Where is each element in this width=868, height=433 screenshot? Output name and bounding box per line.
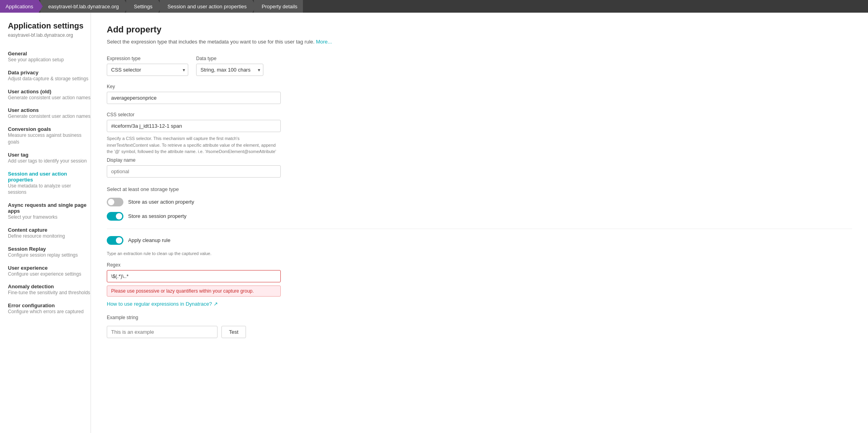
sidebar-item-async-desc: Select your frameworks [8, 214, 91, 223]
example-string-group: Example string Test [107, 315, 852, 338]
breadcrumb-app-name[interactable]: easytravel-bf.lab.dynatrace.org [40, 0, 124, 13]
sidebar-item-session-user-action-props[interactable]: Session and user action properties Use m… [8, 168, 91, 199]
breadcrumb-property-details[interactable]: Property details [254, 0, 303, 13]
sidebar: Application settings easytravel-bf.lab.d… [0, 13, 91, 433]
sidebar-item-conversion-goals-label: Conversion goals [8, 126, 91, 132]
test-row: Test [107, 326, 852, 338]
breadcrumb: Applications easytravel-bf.lab.dynatrace… [0, 0, 868, 13]
regex-input[interactable] [107, 270, 281, 282]
sidebar-item-content-label: Content capture [8, 227, 91, 233]
key-group: Key [107, 84, 281, 104]
sidebar-item-data-privacy-label: Data privacy [8, 70, 91, 76]
example-string-input[interactable] [107, 326, 217, 338]
sidebar-item-async-label: Async requests and single page apps [8, 202, 91, 214]
breadcrumb-session-props[interactable]: Session and user action properties [160, 0, 252, 13]
sidebar-item-user-actions[interactable]: User actions Generate consistent user ac… [8, 104, 91, 123]
sidebar-item-general-desc: See your application setup [8, 57, 91, 66]
key-label: Key [107, 84, 281, 89]
data-type-label: Data type [196, 56, 263, 61]
sidebar-item-anomaly-desc: Fine-tune the sensitivity and thresholds [8, 289, 91, 299]
storage-section-label: Select at least one storage type [107, 186, 852, 192]
css-selector-group: CSS selector Specify a CSS selector. Thi… [107, 112, 281, 155]
regex-label: Regex [107, 262, 281, 268]
sidebar-item-user-actions-old-desc: Generate consistent user action names [8, 95, 91, 104]
sidebar-item-user-experience[interactable]: User experience Configure user experienc… [8, 262, 91, 281]
regex-help-link[interactable]: How to use regular expressions in Dynatr… [107, 301, 218, 307]
toggle-group: Store as user action property Store as s… [107, 198, 852, 221]
sidebar-item-user-actions-desc: Generate consistent user action names [8, 113, 91, 122]
css-selector-help: Specify a CSS selector. This mechanism w… [107, 135, 281, 155]
sidebar-item-anomaly-label: Anomaly detection [8, 284, 91, 289]
apply-cleanup-row: Apply cleanup rule [107, 236, 852, 245]
sidebar-item-anomaly-detection[interactable]: Anomaly detection Fine-tune the sensitiv… [8, 280, 91, 299]
store-session-label: Store as session property [128, 213, 186, 219]
breadcrumb-applications[interactable]: Applications [0, 0, 39, 13]
main-layout: Application settings easytravel-bf.lab.d… [0, 13, 868, 433]
apply-cleanup-label: Apply cleanup rule [128, 237, 170, 243]
app-title: Application settings [8, 21, 91, 31]
more-link[interactable]: More... [316, 39, 332, 45]
key-input[interactable] [107, 92, 281, 104]
sidebar-item-user-tag-desc: Add user tags to identify your session [8, 158, 91, 167]
sidebar-item-session-props-label: Session and user action properties [8, 171, 91, 183]
sidebar-item-user-actions-label: User actions [8, 107, 91, 113]
main-content: Add property Select the expression type … [91, 13, 868, 433]
sidebar-item-user-exp-label: User experience [8, 265, 91, 271]
sidebar-item-error-config[interactable]: Error configuration Configure which erro… [8, 299, 91, 318]
divider-1 [107, 229, 852, 229]
storage-section: Select at least one storage type Store a… [107, 186, 852, 221]
cleanup-desc: Type an extraction rule to clean up the … [107, 250, 281, 257]
sidebar-item-session-replay-label: Session Replay [8, 246, 91, 252]
page-title: Add property [107, 25, 852, 35]
sidebar-item-error-desc: Configure which errors are captured [8, 308, 91, 318]
data-type-select[interactable]: String, max 100 chars Integer Double Dat… [196, 64, 263, 76]
store-session-row: Store as session property [107, 212, 852, 221]
sidebar-item-user-tag[interactable]: User tag Add user tags to identify your … [8, 149, 91, 168]
store-session-toggle[interactable] [107, 212, 123, 221]
store-user-action-label: Store as user action property [128, 199, 194, 205]
store-user-action-toggle[interactable] [107, 198, 123, 206]
app-subtitle: easytravel-bf.lab.dynatrace.org [8, 32, 91, 38]
page-subtitle: Select the expression type that includes… [107, 39, 852, 45]
css-selector-label: CSS selector [107, 112, 281, 117]
sidebar-item-general[interactable]: General See your application setup [8, 47, 91, 66]
display-name-input[interactable] [107, 165, 281, 178]
regex-error-msg: Please use possessive or lazy quantifier… [107, 286, 281, 297]
store-user-action-row: Store as user action property [107, 198, 852, 206]
sidebar-item-user-actions-old-label: User actions (old) [8, 89, 91, 95]
sidebar-item-content-desc: Define resource monitoring [8, 233, 91, 242]
sidebar-item-data-privacy-desc: Adjust data-capture & storage settings [8, 76, 91, 85]
expression-type-select[interactable]: CSS selector Server side request attribu… [107, 64, 188, 76]
sidebar-item-async-requests[interactable]: Async requests and single page apps Sele… [8, 199, 91, 224]
expression-data-type-row: Expression type CSS selector Server side… [107, 56, 852, 76]
example-string-label: Example string [107, 315, 852, 320]
sidebar-item-user-actions-old[interactable]: User actions (old) Generate consistent u… [8, 85, 91, 104]
regex-group: Regex Please use possessive or lazy quan… [107, 262, 281, 297]
sidebar-item-conversion-goals[interactable]: Conversion goals Measure success against… [8, 123, 91, 149]
sidebar-item-conversion-goals-desc: Measure success against business goals [8, 132, 91, 148]
display-name-group: Display name [107, 157, 281, 178]
sidebar-item-session-replay-desc: Configure session replay settings [8, 252, 91, 261]
data-type-group: Data type String, max 100 chars Integer … [196, 56, 263, 76]
test-button[interactable]: Test [221, 326, 246, 338]
sidebar-item-data-privacy[interactable]: Data privacy Adjust data-capture & stora… [8, 66, 91, 85]
data-type-select-wrapper: String, max 100 chars Integer Double Dat… [196, 64, 263, 76]
sidebar-item-user-exp-desc: Configure user experience settings [8, 271, 91, 280]
expression-type-label: Expression type [107, 56, 188, 61]
sidebar-item-content-capture[interactable]: Content capture Define resource monitori… [8, 224, 91, 243]
display-name-label: Display name [107, 157, 281, 163]
expression-type-select-wrapper: CSS selector Server side request attribu… [107, 64, 188, 76]
sidebar-item-error-label: Error configuration [8, 303, 91, 308]
sidebar-item-user-tag-label: User tag [8, 152, 91, 158]
apply-cleanup-toggle[interactable] [107, 236, 123, 245]
css-selector-input[interactable] [107, 120, 281, 132]
expression-type-group: Expression type CSS selector Server side… [107, 56, 188, 76]
sidebar-item-session-replay[interactable]: Session Replay Configure session replay … [8, 243, 91, 262]
sidebar-item-general-label: General [8, 51, 91, 57]
breadcrumb-settings[interactable]: Settings [126, 0, 158, 13]
sidebar-item-session-props-desc: Use metadata to analyze user sessions [8, 183, 91, 199]
